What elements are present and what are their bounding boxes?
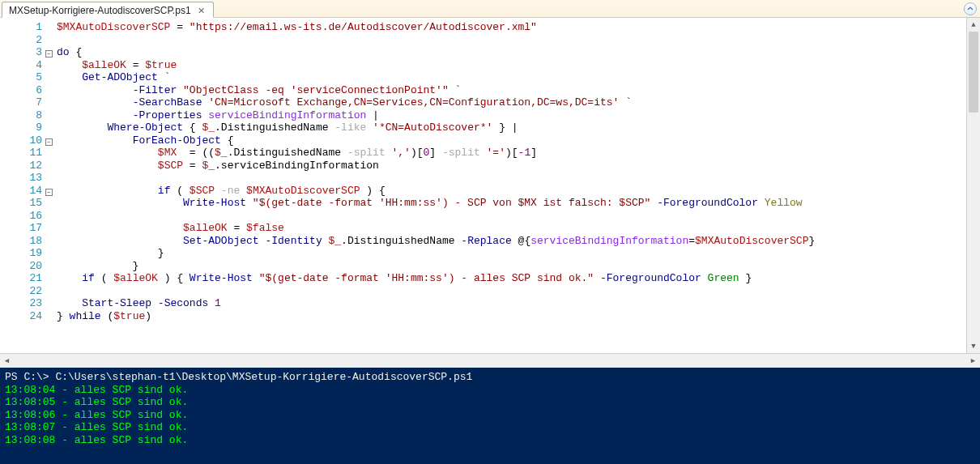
scroll-up-icon[interactable]: ▲ — [967, 18, 980, 32]
chevron-up-icon[interactable] — [964, 2, 977, 15]
tab-file[interactable]: MXSetup-Korrigiere-AutodiscoverSCP.ps1 ✕ — [2, 2, 214, 18]
hscroll-track[interactable] — [14, 354, 966, 368]
line-number-gutter: 123456789101112131415161718192021222324 — [0, 18, 45, 353]
tab-strip: MXSetup-Korrigiere-AutodiscoverSCP.ps1 ✕ — [0, 0, 980, 18]
code-editor[interactable]: 123456789101112131415161718192021222324 … — [0, 18, 980, 353]
code-content[interactable]: $MXAutoDiscoverSCP = "https://email.ws-i… — [57, 18, 980, 353]
horizontal-scrollbar[interactable]: ◀ ▶ — [0, 353, 980, 367]
scroll-right-icon[interactable]: ▶ — [966, 354, 980, 368]
vscroll-track[interactable] — [967, 32, 980, 339]
scroll-left-icon[interactable]: ◀ — [0, 354, 14, 368]
console-pane[interactable]: PS C:\> C:\Users\stephan-t1\Desktop\MXSe… — [0, 367, 980, 464]
vscroll-thumb[interactable] — [969, 32, 978, 113]
scroll-down-icon[interactable]: ▼ — [967, 339, 980, 353]
tab-title: MXSetup-Korrigiere-AutodiscoverSCP.ps1 — [9, 5, 191, 16]
vertical-scrollbar[interactable]: ▲ ▼ — [966, 18, 980, 353]
fold-gutter[interactable]: − − − — [45, 18, 57, 353]
close-icon[interactable]: ✕ — [196, 6, 207, 16]
